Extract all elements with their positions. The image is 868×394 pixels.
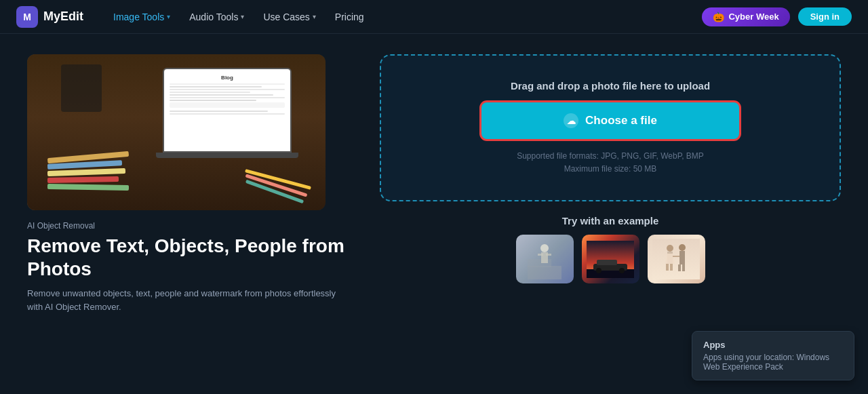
examples-title: Try with an example — [562, 215, 659, 226]
hero-title: Remove Text, Objects, People from Photos — [27, 235, 353, 280]
example-thumb-1[interactable] — [516, 235, 574, 283]
logo-text: MyEdit — [43, 9, 83, 24]
toast-title: Apps — [703, 340, 843, 350]
examples-section: Try with an example — [380, 215, 841, 283]
nav-item-audio-tools[interactable]: Audio Tools ▾ — [181, 7, 252, 26]
svg-rect-10 — [597, 260, 617, 265]
toast-body: Apps using your location: Windows Web Ex… — [703, 353, 843, 372]
couple-walking-icon — [652, 239, 700, 279]
car-sunset-icon — [587, 241, 634, 278]
person-steps-icon — [528, 239, 561, 279]
svg-rect-21 — [678, 264, 681, 271]
example-thumb-2[interactable] — [582, 235, 639, 283]
chevron-down-icon: ▾ — [313, 13, 316, 20]
logo-icon: M — [16, 6, 38, 28]
svg-point-19 — [679, 244, 686, 251]
svg-point-11 — [596, 268, 601, 273]
svg-rect-13 — [652, 239, 700, 279]
left-panel: Blog — [27, 54, 353, 374]
example-thumbs — [516, 235, 705, 283]
svg-point-12 — [619, 268, 625, 273]
upload-zone[interactable]: Drag and drop a photo file here to uploa… — [380, 54, 841, 201]
navbar: M MyEdit Image Tools ▾ Audio Tools ▾ Use… — [0, 0, 868, 34]
hero-subtitle: Remove unwanted objects, text, people an… — [27, 287, 353, 313]
hero-image: Blog — [27, 54, 326, 210]
upload-cloud-icon: ☁ — [564, 113, 578, 128]
logo-area[interactable]: M MyEdit — [16, 6, 83, 28]
hero-description: AI Object Removal Remove Text, Objects, … — [27, 221, 353, 313]
file-formats: Supported file formats: JPG, PNG, GIF, W… — [517, 150, 704, 176]
svg-rect-4 — [538, 254, 543, 256]
toast-notification: Apps Apps using your location: Windows W… — [692, 331, 854, 380]
upload-instruction: Drag and drop a photo file here to uploa… — [511, 80, 710, 92]
nav-item-image-tools[interactable]: Image Tools ▾ — [105, 7, 178, 26]
chevron-down-icon: ▾ — [241, 13, 244, 20]
sign-in-button[interactable]: Sign in — [798, 7, 852, 26]
svg-rect-17 — [666, 264, 669, 271]
cyber-week-button[interactable]: 🎃 Cyber Week — [702, 7, 789, 26]
nav-item-use-cases[interactable]: Use Cases ▾ — [255, 7, 323, 26]
svg-rect-0 — [528, 266, 561, 279]
chevron-down-icon: ▾ — [167, 13, 170, 20]
svg-rect-18 — [670, 264, 673, 271]
svg-rect-22 — [682, 264, 685, 271]
svg-point-14 — [667, 245, 673, 252]
nav-right: 🎃 Cyber Week Sign in — [702, 7, 852, 26]
svg-point-2 — [540, 244, 549, 252]
svg-rect-20 — [679, 251, 685, 264]
cyber-icon: 🎃 — [713, 12, 724, 22]
nav-items: Image Tools ▾ Audio Tools ▾ Use Cases ▾ … — [105, 7, 702, 26]
example-thumb-3[interactable] — [648, 235, 705, 283]
choose-file-button[interactable]: ☁ Choose a file — [481, 102, 739, 139]
svg-rect-5 — [546, 254, 551, 256]
right-panel: Drag and drop a photo file here to uploa… — [380, 54, 841, 374]
ai-label: AI Object Removal — [27, 221, 353, 231]
nav-item-pricing[interactable]: Pricing — [327, 7, 372, 26]
